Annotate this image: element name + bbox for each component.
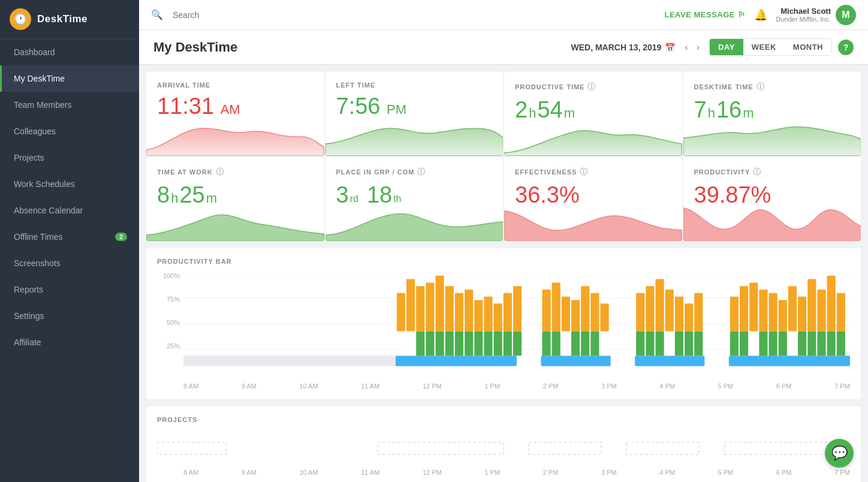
info-icon[interactable]: ⓘ xyxy=(417,167,426,177)
content-area: My DeskTime WED, MARCH 13, 2019 📅 ‹ › DA… xyxy=(139,30,868,482)
notification-icon[interactable]: 🔔 xyxy=(754,8,767,22)
svg-rect-60 xyxy=(685,332,693,356)
svg-rect-28 xyxy=(484,332,492,356)
stat-label: ARRIVAL TIME xyxy=(157,82,314,89)
svg-rect-44 xyxy=(581,332,589,356)
svg-rect-89 xyxy=(529,442,601,454)
svg-rect-53 xyxy=(655,279,664,332)
svg-rect-5 xyxy=(396,356,517,366)
info-icon[interactable]: ⓘ xyxy=(216,167,224,177)
svg-rect-23 xyxy=(465,290,473,332)
svg-rect-51 xyxy=(646,286,654,331)
sidebar-item-label: Absence Calendar xyxy=(14,206,83,215)
sidebar-item-label: Dashboard xyxy=(14,47,55,57)
svg-rect-14 xyxy=(416,332,424,356)
svg-rect-57 xyxy=(675,297,683,332)
sidebar-item-label: Settings xyxy=(14,311,44,321)
svg-rect-11 xyxy=(406,279,415,332)
calendar-icon: 📅 xyxy=(665,43,675,52)
stat-value: 3 rd 18 th xyxy=(336,182,493,208)
topbar-right: LEAVE MESSAGE 🏳 🔔 Michael Scott Dunder M… xyxy=(664,5,856,25)
sidebar-item-screenshots[interactable]: Screenshots xyxy=(0,250,139,276)
svg-rect-77 xyxy=(798,297,806,332)
sidebar-item-reports[interactable]: Reports xyxy=(0,276,139,303)
stat-chart xyxy=(146,205,324,241)
view-tab-group: DAYWEEKMONTH xyxy=(709,38,832,56)
svg-rect-65 xyxy=(740,286,748,331)
sidebar-item-label: Screenshots xyxy=(14,258,61,268)
svg-rect-24 xyxy=(465,332,473,356)
stat-chart xyxy=(326,205,504,241)
logo-icon: 🕐 xyxy=(10,8,31,30)
svg-rect-38 xyxy=(552,332,560,356)
svg-rect-8 xyxy=(729,356,850,366)
svg-rect-67 xyxy=(749,282,758,331)
stat-label: PLACE IN GRP / COM ⓘ xyxy=(336,167,493,177)
info-icon[interactable]: ⓘ xyxy=(757,82,765,92)
stat-effectiveness: EFFECTIVENESS ⓘ 36.3% xyxy=(504,157,682,241)
current-date: WED, MARCH 13, 2019 xyxy=(571,43,661,52)
sidebar-item-offline-times[interactable]: Offline Times2 xyxy=(0,224,139,250)
sidebar-item-affiliate[interactable]: Affiliate xyxy=(0,329,139,356)
stat-value: 11:31 AM xyxy=(157,94,314,119)
chart-bars-area xyxy=(183,272,850,380)
sidebar-item-projects[interactable]: Projects xyxy=(0,144,139,171)
svg-rect-40 xyxy=(562,332,570,356)
leave-message-button[interactable]: LEAVE MESSAGE 🏳 xyxy=(664,10,746,19)
svg-rect-17 xyxy=(436,276,444,332)
sidebar-item-label: Work Schedules xyxy=(14,179,75,189)
stat-chart xyxy=(504,205,682,241)
projects-section: PROJECTS 8 AM 9 AM 10 AM 11 AM 12 PM 1 P… xyxy=(146,406,861,482)
sidebar-item-absence-calendar[interactable]: Absence Calendar xyxy=(0,197,139,224)
svg-rect-73 xyxy=(779,300,787,331)
date-next-button[interactable]: › xyxy=(693,41,703,54)
svg-rect-80 xyxy=(807,332,816,356)
svg-rect-18 xyxy=(436,332,444,356)
svg-rect-34 xyxy=(513,332,522,356)
svg-rect-27 xyxy=(484,297,492,332)
stat-arrival-time: ARRIVAL TIME 11:31 AM xyxy=(146,72,324,156)
projects-title: PROJECTS xyxy=(157,416,850,423)
user-name: Michael Scott xyxy=(776,7,831,16)
sidebar-item-colleagues[interactable]: Colleagues xyxy=(0,118,139,144)
sidebar-logo: 🕐 DeskTime xyxy=(0,0,139,39)
svg-rect-19 xyxy=(445,286,454,331)
svg-rect-50 xyxy=(636,332,644,356)
svg-rect-32 xyxy=(504,332,512,356)
svg-rect-45 xyxy=(590,293,599,332)
date-prev-button[interactable]: ‹ xyxy=(681,41,691,54)
stat-label: LEFT TIME xyxy=(336,82,493,89)
svg-rect-79 xyxy=(807,279,816,332)
date-display: WED, MARCH 13, 2019 📅 xyxy=(571,43,675,52)
info-icon[interactable]: ⓘ xyxy=(580,167,588,177)
productivity-bar-section: PRODUCTIVITY BAR 100% 75% 50% 25% xyxy=(146,248,861,399)
sidebar-item-label: Projects xyxy=(14,153,44,162)
stat-desktime-time: DESKTIME TIME ⓘ 7 h 16 m xyxy=(683,72,861,156)
stat-chart xyxy=(683,205,861,241)
chat-button[interactable]: 💬 xyxy=(825,439,854,468)
view-tab-day[interactable]: DAY xyxy=(710,39,743,55)
sidebar-item-work-schedules[interactable]: Work Schedules xyxy=(0,171,139,197)
svg-rect-74 xyxy=(779,332,787,356)
svg-rect-88 xyxy=(378,442,504,454)
stat-chart xyxy=(683,120,861,156)
svg-rect-90 xyxy=(626,442,699,454)
svg-rect-55 xyxy=(665,290,674,332)
stat-label: PRODUCTIVE TIME ⓘ xyxy=(515,82,671,92)
sidebar-item-dashboard[interactable]: Dashboard xyxy=(0,39,139,65)
info-icon[interactable]: ⓘ xyxy=(587,82,596,92)
user-avatar: M xyxy=(836,5,856,25)
sidebar-item-label: My DeskTime xyxy=(14,74,65,83)
sidebar-item-team-members[interactable]: Team Members xyxy=(0,92,139,118)
svg-rect-56 xyxy=(665,332,674,356)
svg-rect-52 xyxy=(646,332,654,356)
sidebar-item-settings[interactable]: Settings xyxy=(0,303,139,329)
search-input[interactable] xyxy=(173,10,655,20)
view-tab-week[interactable]: WEEK xyxy=(743,39,785,55)
sidebar-item-my-desktime[interactable]: My DeskTime xyxy=(0,65,139,92)
svg-rect-21 xyxy=(455,293,463,332)
info-icon[interactable]: ⓘ xyxy=(753,167,761,177)
svg-rect-54 xyxy=(655,332,664,356)
view-tab-month[interactable]: MONTH xyxy=(785,39,831,55)
help-button[interactable]: ? xyxy=(838,40,854,55)
